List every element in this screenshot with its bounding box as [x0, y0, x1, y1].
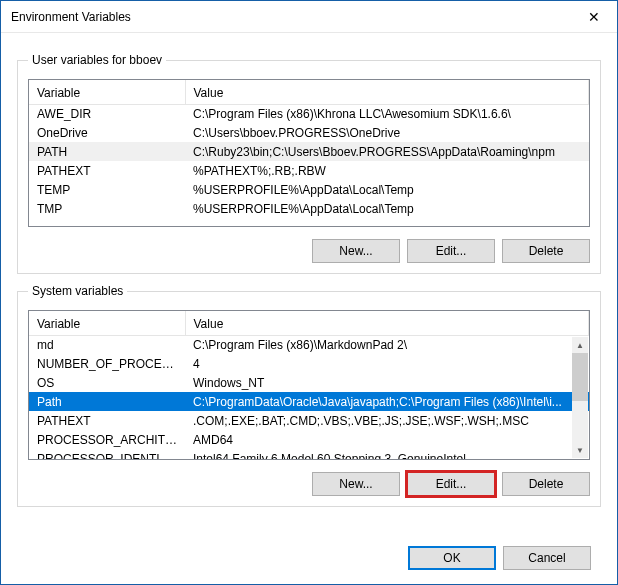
table-row[interactable]: OneDriveC:\Users\bboev.PROGRESS\OneDrive — [29, 123, 589, 142]
dialog-content: User variables for bboev Variable Value … — [1, 33, 617, 532]
system-variables-legend: System variables — [28, 284, 127, 298]
table-row[interactable]: NUMBER_OF_PROCESSORS4 — [29, 354, 589, 373]
user-new-button[interactable]: New... — [312, 239, 400, 263]
titlebar: Environment Variables ✕ — [1, 1, 617, 33]
column-header-variable[interactable]: Variable — [29, 80, 185, 104]
system-buttons-row: New... Edit... Delete — [28, 472, 590, 496]
scroll-thumb[interactable] — [572, 353, 588, 401]
window-title: Environment Variables — [11, 10, 571, 24]
user-edit-button[interactable]: Edit... — [407, 239, 495, 263]
table-row[interactable]: TMP%USERPROFILE%\AppData\Local\Temp — [29, 199, 589, 218]
user-delete-button[interactable]: Delete — [502, 239, 590, 263]
scroll-up-icon[interactable]: ▲ — [572, 337, 588, 353]
system-variables-group: System variables Variable Value mdC:\Pro… — [17, 284, 601, 507]
table-row[interactable]: AWE_DIRC:\Program Files (x86)\Khrona LLC… — [29, 104, 589, 123]
user-variables-legend: User variables for bboev — [28, 53, 166, 67]
table-row[interactable]: PATHEXT.COM;.EXE;.BAT;.CMD;.VBS;.VBE;.JS… — [29, 411, 589, 430]
environment-variables-dialog: Environment Variables ✕ User variables f… — [0, 0, 618, 585]
column-header-variable[interactable]: Variable — [29, 311, 185, 335]
system-variables-table[interactable]: Variable Value mdC:\Program Files (x86)\… — [28, 310, 590, 460]
close-button[interactable]: ✕ — [571, 1, 617, 32]
dialog-footer: OK Cancel — [1, 532, 617, 584]
table-row[interactable]: PathC:\ProgramData\Oracle\Java\javapath;… — [29, 392, 589, 411]
column-header-value[interactable]: Value — [185, 311, 589, 335]
user-variables-group: User variables for bboev Variable Value … — [17, 53, 601, 274]
table-row[interactable]: PROCESSOR_ARCHITECTUREAMD64 — [29, 430, 589, 449]
table-row[interactable]: OSWindows_NT — [29, 373, 589, 392]
user-buttons-row: New... Edit... Delete — [28, 239, 590, 263]
cancel-button[interactable]: Cancel — [503, 546, 591, 570]
table-row[interactable]: mdC:\Program Files (x86)\MarkdownPad 2\ — [29, 335, 589, 354]
table-row[interactable]: PATHC:\Ruby23\bin;C:\Users\Bboev.PROGRES… — [29, 142, 589, 161]
user-variables-table[interactable]: Variable Value AWE_DIRC:\Program Files (… — [28, 79, 590, 227]
table-row[interactable]: PATHEXT%PATHEXT%;.RB;.RBW — [29, 161, 589, 180]
scroll-down-icon[interactable]: ▼ — [572, 442, 588, 458]
ok-button[interactable]: OK — [408, 546, 496, 570]
close-icon: ✕ — [588, 9, 600, 25]
table-row[interactable]: PROCESSOR_IDENTIFIERIntel64 Family 6 Mod… — [29, 449, 589, 460]
scrollbar[interactable]: ▲ ▼ — [572, 337, 588, 458]
column-header-value[interactable]: Value — [185, 80, 589, 104]
table-row[interactable]: TEMP%USERPROFILE%\AppData\Local\Temp — [29, 180, 589, 199]
system-new-button[interactable]: New... — [312, 472, 400, 496]
system-edit-button[interactable]: Edit... — [407, 472, 495, 496]
system-delete-button[interactable]: Delete — [502, 472, 590, 496]
